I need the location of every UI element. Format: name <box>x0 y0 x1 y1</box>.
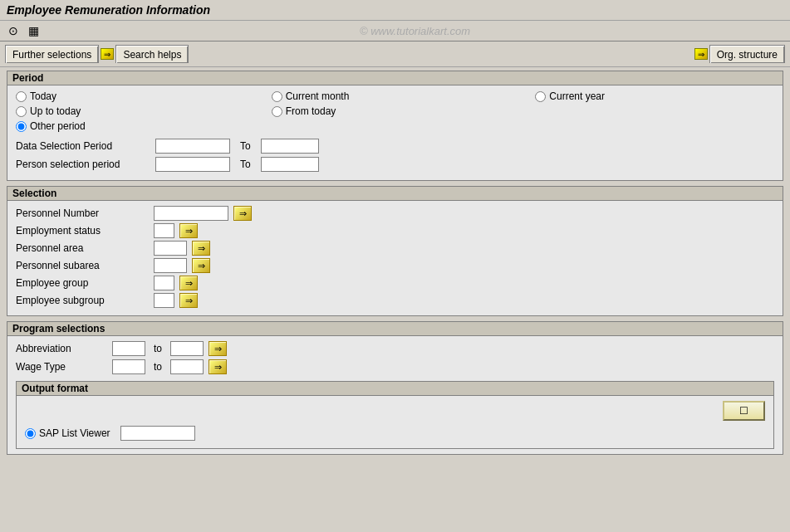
personnel-subarea-nav-btn[interactable]: ⇒ <box>192 258 210 273</box>
personnel-area-row: Personnel area ⇒ <box>16 241 774 256</box>
wage-type-to-label: to <box>154 361 162 373</box>
personnel-number-row: Personnel Number ⇒ <box>16 206 774 221</box>
radio-from-today[interactable]: From today <box>272 105 519 117</box>
execute-button[interactable]: ☐ <box>723 401 765 421</box>
personnel-number-input[interactable] <box>154 206 228 221</box>
person-selection-period-row: Person selection period To <box>16 157 774 172</box>
period-content: Today Current month Current year Up to t… <box>7 85 783 180</box>
further-selections-label: Further selections <box>12 49 91 61</box>
tab-arrow-2: ⇒ <box>694 48 708 60</box>
employee-group-label: Employee group <box>16 277 149 289</box>
output-format-content: ☐ SAP List Viewer <box>17 396 773 448</box>
tab-search-helps[interactable]: Search helps <box>115 45 189 63</box>
period-options: Today Current month Current year Up to t… <box>16 90 774 132</box>
employee-group-nav-btn[interactable]: ⇒ <box>179 276 198 290</box>
wage-type-to-input[interactable] <box>170 359 204 374</box>
program-selections-content: Abbreviation to ⇒ Wage Type to ⇒ Output <box>7 336 783 454</box>
abbreviation-from-input[interactable] <box>112 341 145 356</box>
period-section: Period Today Current month Current year <box>7 71 783 181</box>
personnel-area-label: Personnel area <box>16 242 149 254</box>
page-title: Employee Remuneration Information <box>7 3 783 17</box>
radio-from-today-input[interactable] <box>272 106 282 117</box>
to-label-1: To <box>240 140 251 152</box>
person-selection-from-input[interactable] <box>155 157 230 172</box>
abbreviation-to-input[interactable] <box>170 341 204 356</box>
output-format-section: Output format ☐ SAP List Viewer <box>16 381 774 449</box>
toolbar: ⊙ ▦ © www.tutorialkart.com <box>0 21 790 41</box>
employee-subgroup-row: Employee subgroup ⇒ <box>16 293 774 308</box>
radio-from-today-label: From today <box>286 105 336 117</box>
wage-type-from-input[interactable] <box>112 359 145 374</box>
employment-status-nav-btn[interactable]: ⇒ <box>179 223 198 238</box>
sap-list-viewer-label: SAP List Viewer <box>39 427 110 439</box>
radio-today-label: Today <box>30 90 56 102</box>
tab-bar: Further selections ⇒ Search helps ⇒ Org.… <box>0 41 790 67</box>
personnel-number-nav-btn[interactable]: ⇒ <box>233 206 252 221</box>
selection-section: Selection Personnel Number ⇒ Employment … <box>7 186 783 316</box>
radio-current-year[interactable]: Current year <box>535 90 774 102</box>
abbreviation-label: Abbreviation <box>16 343 107 354</box>
abbrev-to-label: to <box>154 343 162 354</box>
radio-current-month-input[interactable] <box>272 91 282 102</box>
personnel-subarea-input[interactable] <box>154 258 187 273</box>
data-selection-period-label: Data Selection Period <box>16 140 149 152</box>
employment-status-input[interactable] <box>154 223 174 238</box>
employee-subgroup-input[interactable] <box>154 293 174 308</box>
personnel-subarea-row: Personnel subarea ⇒ <box>16 258 774 273</box>
tab-further-selections[interactable]: Further selections <box>5 45 99 63</box>
personnel-area-nav-btn[interactable]: ⇒ <box>192 241 210 256</box>
radio-up-to-today-label: Up to today <box>30 105 81 117</box>
wage-type-nav-btn[interactable]: ⇒ <box>209 359 227 374</box>
wage-type-row: Wage Type to ⇒ <box>16 359 774 374</box>
employment-status-row: Employment status ⇒ <box>16 223 774 238</box>
tab-arrow-1: ⇒ <box>101 48 114 60</box>
radio-today-input[interactable] <box>16 91 27 102</box>
radio-up-to-today-input[interactable] <box>16 106 27 117</box>
employee-group-input[interactable] <box>154 276 174 290</box>
clock-icon[interactable]: ⊙ <box>5 22 22 39</box>
data-selection-from-input[interactable] <box>155 139 230 154</box>
personnel-number-label: Personnel Number <box>16 207 149 219</box>
tab-org-structure[interactable]: Org. structure <box>709 45 785 63</box>
personnel-subarea-label: Personnel subarea <box>16 260 149 271</box>
employee-group-row: Employee group ⇒ <box>16 276 774 290</box>
selection-content: Personnel Number ⇒ Employment status ⇒ P… <box>7 201 783 315</box>
personnel-area-input[interactable] <box>154 241 187 256</box>
program-selections-header: Program selections <box>7 322 783 336</box>
selection-header: Selection <box>7 187 783 201</box>
radio-other-period[interactable]: Other period <box>16 120 255 132</box>
period-header: Period <box>7 71 783 85</box>
employee-subgroup-label: Employee subgroup <box>16 295 149 306</box>
sap-list-viewer-text-input[interactable] <box>120 426 195 441</box>
radio-up-to-today[interactable]: Up to today <box>16 105 255 117</box>
person-selection-period-label: Person selection period <box>16 159 149 170</box>
employee-subgroup-nav-btn[interactable]: ⇒ <box>179 293 198 308</box>
radio-other-period-input[interactable] <box>16 121 27 132</box>
to-label-2: To <box>240 159 251 170</box>
main-window: Employee Remuneration Information ⊙ ▦ © … <box>0 0 790 532</box>
org-structure-label: Org. structure <box>717 49 778 61</box>
employment-status-label: Employment status <box>16 225 149 237</box>
program-selections-section: Program selections Abbreviation to ⇒ Wag… <box>7 321 783 455</box>
abbreviation-nav-btn[interactable]: ⇒ <box>209 341 227 356</box>
radio-current-month[interactable]: Current month <box>272 90 519 102</box>
content-area: Period Today Current month Current year <box>0 67 790 532</box>
radio-current-year-input[interactable] <box>535 91 546 102</box>
title-bar: Employee Remuneration Information <box>0 0 790 21</box>
grid-icon[interactable]: ▦ <box>25 22 42 39</box>
execute-icon: ☐ <box>739 405 748 417</box>
data-selection-period-row: Data Selection Period To <box>16 139 774 154</box>
abbreviation-row: Abbreviation to ⇒ <box>16 341 774 356</box>
output-exec-row: ☐ <box>25 401 765 421</box>
period-fields: Data Selection Period To Person selectio… <box>16 139 774 172</box>
search-helps-label: Search helps <box>123 49 181 61</box>
sap-list-viewer-radio[interactable]: SAP List Viewer <box>25 427 110 439</box>
radio-current-month-label: Current month <box>286 90 350 102</box>
person-selection-to-input[interactable] <box>261 157 319 172</box>
sap-list-viewer-row: SAP List Viewer <box>25 426 765 441</box>
radio-other-period-label: Other period <box>30 120 86 132</box>
data-selection-to-input[interactable] <box>261 139 319 154</box>
sap-list-viewer-input[interactable] <box>25 428 36 439</box>
radio-today[interactable]: Today <box>16 90 255 102</box>
wage-type-label: Wage Type <box>16 361 107 373</box>
